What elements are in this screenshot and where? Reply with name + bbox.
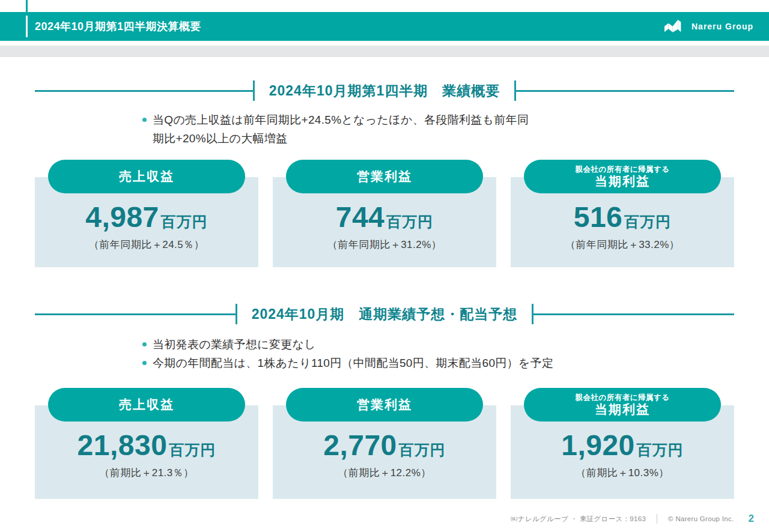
- card-unit: 百万円: [386, 212, 433, 232]
- bullet-item: 当Qの売上収益は前年同期比+24.5%となったほか、各段階利益も前年同 期比+2…: [142, 110, 529, 148]
- card-value-row: 4,987 百万円: [35, 201, 258, 234]
- kpi-card-operating-profit-q1: 営業利益 744 百万円 （前年同期比＋31.2%）: [273, 160, 496, 267]
- section-1-heading: 2024年10月期第1四半期 業績概要: [35, 79, 734, 102]
- bullet-text: 当初発表の業績予想に変更なし: [153, 335, 316, 354]
- card-label: 売上収益: [119, 169, 174, 184]
- nareru-logo-icon: [664, 19, 686, 35]
- card-label-top: 親会社の所有者に帰属する: [575, 165, 669, 174]
- card-label-pill: 営業利益: [286, 160, 483, 193]
- bullet-item: 当初発表の業績予想に変更なし: [142, 335, 553, 354]
- card-value-row: 516 百万円: [511, 201, 734, 234]
- card-note: （前年同期比＋24.5％）: [35, 238, 258, 252]
- card-note: （前期比＋12.2%）: [273, 466, 496, 480]
- header-bar: 2024年10月期第1四半期決算概要 Nareru Group: [0, 12, 769, 41]
- card-note: （前年同期比＋31.2%）: [273, 238, 496, 252]
- heading-line-right: [533, 313, 734, 315]
- card-unit: 百万円: [169, 440, 216, 460]
- footer-divider: [657, 514, 657, 524]
- card-label: 当期利益: [595, 174, 650, 189]
- footer-company-ticker: ㈱ナレルグループ ・ 東証グロース：9163: [511, 515, 646, 524]
- kpi-card-operating-profit-fy: 営業利益 2,770 百万円 （前期比＋12.2%）: [273, 388, 496, 499]
- card-value-row: 2,770 百万円: [273, 429, 496, 462]
- card-label-pill: 売上収益: [48, 160, 245, 193]
- heading-line-left: [35, 90, 253, 92]
- card-unit: 百万円: [637, 440, 684, 460]
- card-note: （前期比＋21.3％）: [35, 466, 258, 480]
- card-value: 21,830: [78, 429, 168, 462]
- header-gray-strip: [0, 46, 769, 57]
- card-label: 営業利益: [357, 397, 412, 412]
- company-logo: Nareru Group: [664, 12, 753, 41]
- card-value: 4,987: [85, 201, 159, 234]
- card-unit: 百万円: [624, 212, 671, 232]
- card-value-row: 21,830 百万円: [35, 429, 258, 462]
- section-2-title: 2024年10月期 通期業績予想・配当予想: [252, 305, 518, 324]
- card-label: 当期利益: [595, 402, 650, 417]
- page-title: 2024年10月期第1四半期決算概要: [35, 12, 201, 41]
- kpi-card-revenue-q1: 売上収益 4,987 百万円 （前年同期比＋24.5％）: [35, 160, 258, 267]
- kpi-card-net-profit-q1: 親会社の所有者に帰属する 当期利益 516 百万円 （前年同期比＋33.2%）: [511, 160, 734, 267]
- section-1-title: 2024年10月期第1四半期 業績概要: [269, 82, 500, 100]
- top-accent-line: [26, 0, 28, 12]
- bullet-text: 今期の年間配当は、1株あたり110円（中間配当50円、期末配当60円）を予定: [153, 354, 553, 372]
- footer-copyright: © Nareru Group Inc.: [668, 515, 734, 522]
- card-label-pill: 売上収益: [48, 388, 245, 422]
- card-label-pill: 親会社の所有者に帰属する 当期利益: [524, 388, 721, 422]
- bullet-dot-icon: [142, 342, 147, 346]
- kpi-card-revenue-fy: 売上収益 21,830 百万円 （前期比＋21.3％）: [35, 388, 258, 499]
- card-value-row: 744 百万円: [273, 201, 496, 234]
- card-label-pill: 営業利益: [286, 388, 483, 422]
- page-number: 2: [749, 513, 754, 525]
- card-value: 1,920: [561, 429, 635, 462]
- card-note: （前年同期比＋33.2%）: [511, 238, 734, 252]
- card-note: （前期比＋10.3%）: [511, 466, 734, 480]
- section-2-heading: 2024年10月期 通期業績予想・配当予想: [35, 303, 734, 325]
- heading-tick-left: [236, 304, 237, 324]
- bullet-dot-icon: [142, 118, 147, 122]
- bullet-text: 当Qの売上収益は前年同期比+24.5%となったほか、各段階利益も前年同 期比+2…: [153, 110, 529, 148]
- card-label: 売上収益: [119, 397, 174, 412]
- card-label-pill: 親会社の所有者に帰属する 当期利益: [524, 160, 721, 193]
- card-label: 営業利益: [357, 169, 412, 184]
- card-unit: 百万円: [399, 440, 446, 460]
- slide: 2024年10月期第1四半期決算概要 Nareru Group 2024年10月…: [0, 0, 769, 532]
- card-value-row: 1,920 百万円: [511, 429, 734, 462]
- card-value: 2,770: [323, 429, 397, 462]
- card-unit: 百万円: [161, 212, 208, 232]
- bullet-item: 今期の年間配当は、1株あたり110円（中間配当50円、期末配当60円）を予定: [142, 354, 553, 372]
- bullet-dot-icon: [142, 361, 147, 365]
- logo-text: Nareru Group: [691, 22, 753, 31]
- kpi-card-net-profit-fy: 親会社の所有者に帰属する 当期利益 1,920 百万円 （前期比＋10.3%）: [511, 388, 734, 499]
- footer: ㈱ナレルグループ ・ 東証グロース：9163 © Nareru Group In…: [511, 512, 754, 525]
- card-label-top: 親会社の所有者に帰属する: [575, 393, 669, 402]
- header-rule: [26, 16, 28, 37]
- card-value: 516: [574, 201, 623, 234]
- heading-tick-left: [253, 80, 255, 101]
- section-2-bullets: 当初発表の業績予想に変更なし 今期の年間配当は、1株あたり110円（中間配当50…: [142, 335, 553, 372]
- heading-line-right: [516, 90, 734, 92]
- card-value: 744: [336, 201, 385, 234]
- section-1-bullets: 当Qの売上収益は前年同期比+24.5%となったほか、各段階利益も前年同 期比+2…: [142, 110, 529, 148]
- heading-line-left: [35, 313, 236, 315]
